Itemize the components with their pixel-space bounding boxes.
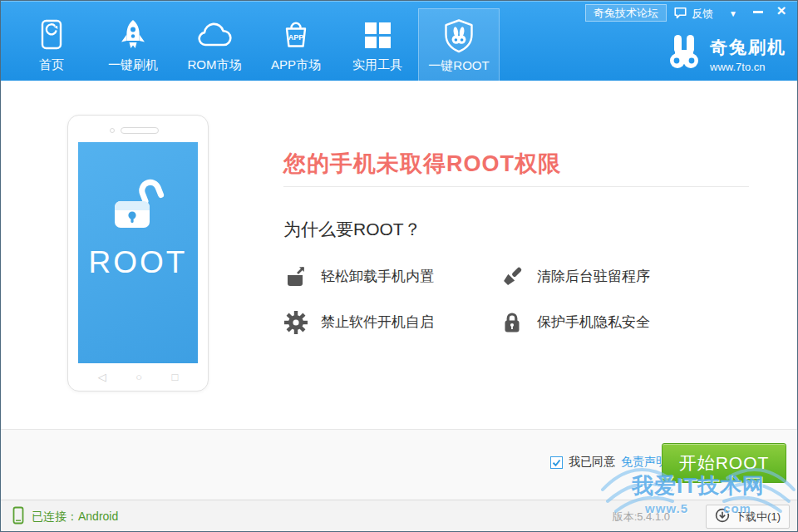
- tab-tools[interactable]: 实用工具: [337, 8, 418, 81]
- home-refresh-icon: [36, 16, 67, 54]
- phone-nav-bar: ◁ ○ □: [68, 371, 208, 383]
- uninstall-icon: [283, 264, 308, 289]
- page-title: 您的手机未取得ROOT权限: [283, 149, 561, 179]
- feature-label: 禁止软件开机自启: [321, 313, 434, 332]
- phone-camera-dot: [110, 128, 115, 133]
- phone-illustration: ROOT ◁ ○ □: [67, 115, 209, 392]
- connection-text: 已连接：Android: [32, 510, 118, 525]
- start-root-button[interactable]: 开始ROOT: [662, 443, 786, 483]
- tab-flash[interactable]: 一键刷机: [92, 8, 174, 81]
- agree-row: 我已同意 免责声明: [550, 455, 667, 470]
- disclaimer-link[interactable]: 免责声明: [621, 455, 667, 470]
- agree-label: 我已同意: [569, 455, 615, 470]
- header: 首页 一键刷机: [1, 1, 797, 81]
- menu-caret-icon[interactable]: ▼: [724, 6, 742, 21]
- tab-home-label: 首页: [39, 57, 64, 73]
- brand-site: www.7to.cn: [710, 61, 786, 73]
- tab-root-label: 一键ROOT: [428, 58, 489, 74]
- phone-home-icon: ○: [135, 371, 142, 383]
- forum-button[interactable]: 奇兔技术论坛: [585, 4, 667, 22]
- tools-grid-icon: [362, 16, 392, 54]
- connection-status: 已连接：Android: [12, 500, 118, 532]
- tab-app-market[interactable]: APP APP市场: [255, 8, 337, 81]
- rocket-icon: [116, 16, 150, 54]
- rabbit-logo-icon: [666, 33, 702, 75]
- tab-tools-label: 实用工具: [352, 57, 402, 73]
- download-label: 下载中(1): [735, 510, 781, 525]
- root-shield-icon: [440, 17, 478, 55]
- unlocked-padlock-icon: [106, 179, 170, 234]
- check-icon: [551, 457, 562, 468]
- minimize-button[interactable]: [749, 4, 767, 19]
- cloud-icon: [195, 16, 234, 54]
- main-nav: 首页 一键刷机: [11, 2, 500, 81]
- feature-clean: 清除后台驻留程序: [500, 264, 716, 289]
- title-divider: [283, 186, 749, 187]
- download-status-button[interactable]: 下载中(1): [706, 505, 790, 529]
- download-icon: [715, 508, 730, 525]
- feedback-bubble-icon: [673, 6, 687, 22]
- tab-root[interactable]: 一键ROOT: [418, 8, 500, 81]
- feature-uninstall: 轻松卸载手机内置: [283, 264, 500, 289]
- tab-home[interactable]: 首页: [11, 8, 92, 81]
- section-heading: 为什么要ROOT？: [283, 218, 421, 241]
- status-bar: 已连接：Android 版本:5.4.1.0 下载中(1): [1, 500, 797, 532]
- app-bag-icon: APP: [279, 16, 313, 54]
- minimize-icon: [753, 11, 763, 13]
- feedback-label: 反馈: [692, 7, 713, 22]
- feature-label: 轻松卸载手机内置: [321, 267, 434, 286]
- app-bag-text: APP: [288, 33, 304, 42]
- gear-icon: [283, 310, 308, 335]
- feature-label: 保护手机隐私安全: [537, 313, 650, 332]
- lock-icon: [500, 310, 525, 335]
- main-content: ROOT ◁ ○ □ 您的手机未取得ROOT权限 为什么要ROOT？: [1, 81, 797, 429]
- version-text: 版本:5.4.1.0: [613, 500, 670, 532]
- close-button[interactable]: ×: [771, 2, 791, 19]
- brand-name: 奇兔刷机: [710, 36, 786, 59]
- feature-list: 轻松卸载手机内置 清除后台驻留程序: [283, 264, 716, 335]
- tab-flash-label: 一键刷机: [108, 57, 158, 73]
- brand-logo: 奇兔刷机 www.7to.cn: [666, 33, 786, 75]
- feature-label: 清除后台驻留程序: [537, 267, 650, 286]
- agree-checkbox[interactable]: [550, 456, 563, 469]
- action-panel: 我已同意 免责声明 开始ROOT: [1, 429, 797, 500]
- phone-speaker-slot: [121, 127, 159, 134]
- tab-app-market-label: APP市场: [271, 57, 321, 73]
- tab-rom-market[interactable]: ROM市场: [174, 8, 255, 81]
- tab-rom-market-label: ROM市场: [188, 57, 242, 73]
- feature-autostart: 禁止软件开机自启: [283, 309, 500, 335]
- phone-back-icon: ◁: [98, 371, 106, 383]
- phone-screen-label: ROOT: [89, 245, 188, 280]
- phone-screen: ROOT: [78, 142, 198, 363]
- phone-recent-icon: □: [171, 371, 178, 383]
- brush-icon: [500, 264, 525, 289]
- connected-phone-icon: [12, 506, 24, 527]
- feedback-button[interactable]: 反馈: [673, 6, 713, 22]
- feature-privacy: 保护手机隐私安全: [500, 309, 716, 335]
- app-window: 首页 一键刷机: [0, 0, 798, 532]
